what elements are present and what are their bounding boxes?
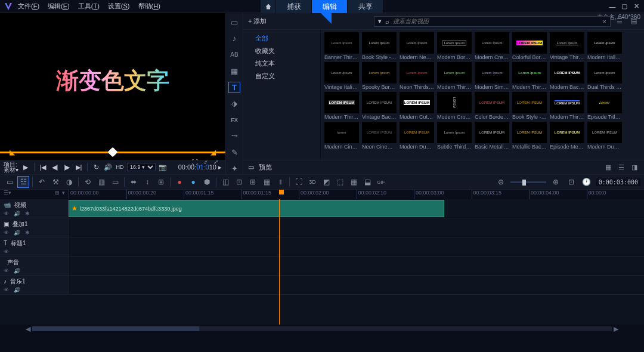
track-toggle[interactable]: 👁 xyxy=(4,268,9,274)
title-preset[interactable]: Lorem IpsumModern Itallics... xyxy=(587,32,622,61)
tool10-icon[interactable]: ⬢ xyxy=(201,176,213,188)
tool8-icon[interactable]: ↕ xyxy=(141,176,153,188)
track-lane[interactable] xyxy=(69,276,644,294)
scroll-thumb[interactable] xyxy=(32,326,199,331)
overlay-icon[interactable]: ⬗ xyxy=(228,98,240,109)
tool16-icon[interactable]: ⛶ xyxy=(293,176,305,188)
3d-icon[interactable]: 3D xyxy=(306,176,318,188)
mark-out-icon[interactable]: ◢ xyxy=(210,148,216,156)
title-preset[interactable]: LOREM IPSUMModern Cutout... xyxy=(400,92,434,121)
title-preset[interactable]: LOREM IPSUMEpisode Metall... xyxy=(550,122,584,150)
preview-canvas[interactable]: 渐变色文字 xyxy=(6,19,219,142)
timeline-ruler[interactable]: ☰▾ ⊞ ▾ 00:00:00:0000:00:00:2000:00:01:15… xyxy=(0,190,644,199)
zoom-slider[interactable] xyxy=(510,181,546,183)
title-preset[interactable]: Lorem IpsumBook Style - Ex... xyxy=(362,32,397,61)
tab-edit[interactable]: 编辑 xyxy=(312,0,348,13)
track-opt-icon[interactable]: ▾ xyxy=(62,190,65,196)
prev-frame-button[interactable]: ◀| xyxy=(50,162,60,172)
track-toggle[interactable]: 👁 xyxy=(4,287,9,293)
mic-icon[interactable]: ● xyxy=(187,176,199,188)
track-header[interactable]: ♪音乐1👁🔊 xyxy=(0,276,69,294)
zoom-in-icon[interactable]: ⊕ xyxy=(550,176,562,188)
title-preset[interactable]: LOREM IPSUMColorful Borde... xyxy=(512,32,547,61)
title-preset[interactable]: Lorem IpsumVintage Thirds ... xyxy=(550,32,584,61)
track-menu-icon[interactable]: ☰▾ xyxy=(4,190,11,196)
timeline-view-icon[interactable]: ☳ xyxy=(17,176,29,188)
fit-icon[interactable]: ⊡ xyxy=(565,176,577,188)
tool-icon[interactable]: ✎ xyxy=(228,147,240,158)
track-toggle[interactable]: 🔊 xyxy=(14,230,20,236)
track-toggle[interactable]: 👁 xyxy=(4,211,9,217)
track-header[interactable]: 声音👁🔊 xyxy=(0,257,69,275)
track-toggle[interactable]: 🔊 xyxy=(14,287,20,293)
tab-home[interactable] xyxy=(261,0,276,13)
gif-icon[interactable]: GIF xyxy=(375,176,387,188)
scroll-left-icon[interactable]: ◀ xyxy=(24,325,32,333)
title-preset[interactable]: LoremEpisode Title - ... xyxy=(587,92,622,121)
title-preset[interactable]: LOREM IPSUMModern Dual - ... xyxy=(587,122,622,150)
title-icon[interactable]: T xyxy=(228,82,240,93)
path-icon[interactable]: ⤳ xyxy=(228,130,240,141)
track-add-icon[interactable]: ⊞ xyxy=(55,190,60,196)
preview-toggle-icon[interactable]: ▭ xyxy=(248,163,254,171)
title-preset[interactable]: LOREM IPSUMModern Backli... xyxy=(550,62,584,91)
title-preset[interactable]: Lorem IpsumModern Simpl... xyxy=(475,62,509,91)
tool18-icon[interactable]: ⬚ xyxy=(334,176,346,188)
tab-share[interactable]: 共享 xyxy=(348,0,383,13)
menu-help[interactable]: 帮助(H) xyxy=(138,2,160,11)
resize-out-icon[interactable]: ⛶ xyxy=(192,159,200,167)
fx-icon[interactable]: FX xyxy=(228,114,240,125)
track-lane[interactable] xyxy=(69,218,644,237)
window-close[interactable]: ✕ xyxy=(632,2,640,11)
title-preset[interactable]: LOREM IPSUMColor Border - ... xyxy=(475,92,509,121)
graphic-icon[interactable]: ▦ xyxy=(228,66,240,77)
track-lane[interactable] xyxy=(69,237,644,256)
timeline-scrollbar[interactable]: ◀ ▶ xyxy=(0,325,644,333)
funnel-icon[interactable]: ▾ xyxy=(378,17,382,25)
tool12-icon[interactable]: ⊡ xyxy=(233,176,245,188)
window-minimize[interactable]: — xyxy=(608,2,617,11)
track-toggle[interactable]: 👁 xyxy=(4,230,9,236)
playhead-line[interactable] xyxy=(279,199,280,325)
track-toggle[interactable]: 👁 xyxy=(4,249,9,255)
tool6-icon[interactable]: ▭ xyxy=(109,176,121,188)
sparkle-icon[interactable]: ✦ xyxy=(228,163,240,174)
title-preset[interactable]: Lorem IpsumBanner Thirds - ... xyxy=(324,32,359,61)
tool19-icon[interactable]: ▦ xyxy=(348,176,360,188)
title-preset[interactable]: Lorem IpsumModern Credit... xyxy=(475,32,509,61)
search-input[interactable] xyxy=(393,18,599,24)
track-toggle[interactable]: ✱ xyxy=(25,211,30,217)
playhead-marker[interactable] xyxy=(279,190,284,194)
tool15-icon[interactable]: ⫴ xyxy=(274,176,286,188)
title-preset[interactable]: Lorem IpsumSubtle Thirds - ... xyxy=(437,122,472,150)
clip[interactable]: ★l2867d033fa14214822dc674bdfc3330.jpeg xyxy=(69,200,444,217)
menu-file[interactable]: 文件(F) xyxy=(18,2,39,11)
storyboard-view-icon[interactable]: ▭ xyxy=(4,176,16,188)
grid-view-icon[interactable]: ▦ xyxy=(603,163,613,172)
track-lane[interactable]: ★l2867d033fa14214822dc674bdfc3330.jpeg xyxy=(69,199,644,218)
tool14-icon[interactable]: ▦ xyxy=(261,176,273,188)
tool5-icon[interactable]: ▥ xyxy=(95,176,107,188)
tree-item[interactable]: 收藏夹 xyxy=(243,45,320,57)
play-button[interactable]: ▶ xyxy=(21,162,30,172)
track-toggle[interactable]: ✱ xyxy=(25,230,30,236)
title-preset[interactable]: LOREM IPSUMNeon Cinemati... xyxy=(362,122,397,150)
menu-tool[interactable]: 工具(T) xyxy=(78,2,100,11)
add-button[interactable]: + 添加 xyxy=(248,17,267,26)
tool13-icon[interactable]: ⊞ xyxy=(247,176,259,188)
track-header[interactable]: 📹视频👁🔊✱ xyxy=(0,199,69,218)
hd-button[interactable]: HD xyxy=(115,162,125,172)
thumb-size-icon[interactable]: ◨ xyxy=(630,163,639,172)
tool9-icon[interactable]: ⊞ xyxy=(155,176,167,188)
title-preset[interactable]: Lorem IpsumModern Thirds ... xyxy=(437,62,472,91)
title-preset[interactable]: LOREM IPSUMModern Dual - ... xyxy=(400,122,434,150)
track-lane[interactable] xyxy=(69,257,644,275)
title-preset[interactable]: Lorem IpsumSpooky Border... xyxy=(362,62,397,91)
track-toggle[interactable]: 🔊 xyxy=(14,211,20,217)
title-preset[interactable]: Lorem IpsumModern Neon ... xyxy=(400,32,434,61)
search-box[interactable]: ▾ ⌕ × xyxy=(374,16,611,27)
mute-button[interactable]: 🔊 xyxy=(103,162,113,172)
zoom-out-icon[interactable]: ⊖ xyxy=(495,176,507,188)
tool11-icon[interactable]: ◫ xyxy=(219,176,231,188)
tree-item[interactable]: 全部 xyxy=(243,32,320,45)
